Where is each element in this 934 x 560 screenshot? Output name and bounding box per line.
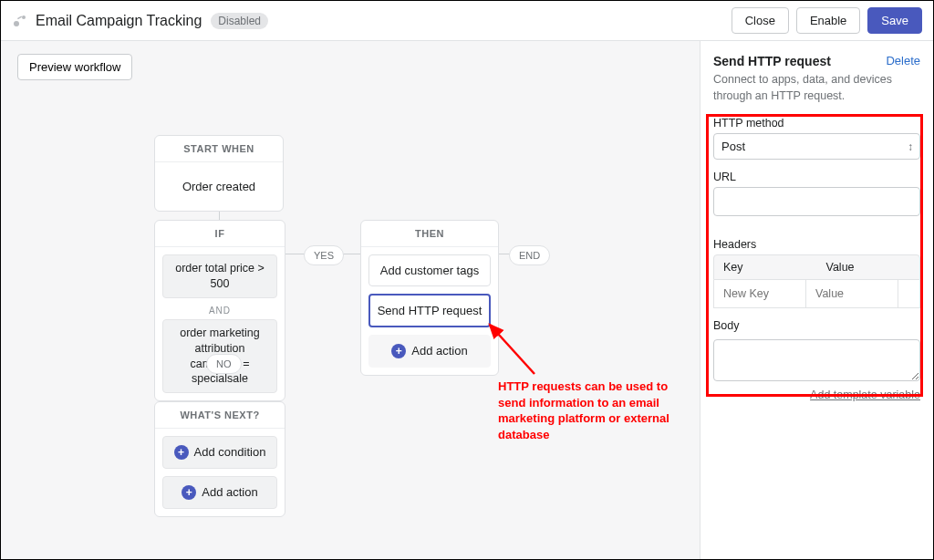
add-action-next[interactable]: +Add action <box>162 476 277 509</box>
headers-table-head: Key Value <box>713 254 920 280</box>
add-action-label: Add action <box>411 344 467 358</box>
preview-workflow-button[interactable]: Preview workflow <box>17 54 132 80</box>
start-card[interactable]: START WHEN Order created <box>154 135 284 212</box>
plus-icon: + <box>174 445 189 460</box>
annotation-text: HTTP requests can be used to send inform… <box>498 379 680 442</box>
if-card-header: IF <box>155 221 285 247</box>
flow-app-icon <box>12 13 28 29</box>
end-badge: END <box>509 245 550 265</box>
add-action-then[interactable]: +Add action <box>368 335 491 368</box>
add-condition-label: Add condition <box>194 445 266 459</box>
body-textarea[interactable] <box>713 339 920 381</box>
body-label: Body <box>713 319 920 332</box>
yes-badge: YES <box>304 245 344 265</box>
top-bar-actions: Close Enable Save <box>732 7 922 34</box>
url-input[interactable] <box>713 187 920 216</box>
svg-point-1 <box>22 16 26 19</box>
panel-title: Send HTTP request <box>713 54 831 68</box>
status-chip: Disabled <box>211 13 268 29</box>
if-card[interactable]: IF order total price > 500 AND order mar… <box>154 220 285 401</box>
trigger-cell[interactable]: Order created <box>164 171 274 202</box>
headers-label: Headers <box>713 238 920 251</box>
panel-description: Connect to apps, data, and devices throu… <box>713 72 920 104</box>
save-button[interactable]: Save <box>867 7 922 34</box>
plus-icon: + <box>391 344 406 358</box>
headers-row-remove[interactable] <box>898 280 919 307</box>
workflow-canvas: Preview workflow START WHEN Order create… <box>1 41 700 559</box>
http-method-label: HTTP method <box>713 117 920 130</box>
headers-value-col: Value <box>817 255 920 279</box>
action-send-http-request[interactable]: Send HTTP request <box>368 294 491 327</box>
headers-key-col: Key <box>714 255 817 279</box>
svg-point-0 <box>14 21 19 26</box>
whats-next-card[interactable]: WHAT'S NEXT? +Add condition +Add action <box>154 401 285 517</box>
then-card[interactable]: THEN Add customer tags Send HTTP request… <box>360 220 499 376</box>
headers-row <box>713 280 920 308</box>
enable-button[interactable]: Enable <box>796 7 860 34</box>
plus-icon: + <box>182 485 196 500</box>
top-bar: Email Campaign Tracking Disabled Close E… <box>1 1 933 41</box>
url-label: URL <box>713 171 920 183</box>
headers-value-input[interactable] <box>806 280 898 307</box>
svg-rect-2 <box>17 16 22 19</box>
add-action-label: Add action <box>202 485 257 499</box>
start-card-header: START WHEN <box>155 136 283 162</box>
side-panel: Send HTTP request Delete Connect to apps… <box>700 41 933 559</box>
page-title: Email Campaign Tracking <box>36 13 202 29</box>
http-method-select[interactable]: Post <box>713 133 920 160</box>
headers-key-input[interactable] <box>714 280 805 307</box>
then-card-header: THEN <box>361 221 498 247</box>
action-add-customer-tags[interactable]: Add customer tags <box>368 254 491 286</box>
add-template-variable-link[interactable]: Add template variable <box>810 389 920 401</box>
condition-1[interactable]: order total price > 500 <box>162 254 277 298</box>
and-label: AND <box>162 306 277 316</box>
add-condition-button[interactable]: +Add condition <box>162 436 277 469</box>
close-button[interactable]: Close <box>732 7 789 34</box>
panel-delete-link[interactable]: Delete <box>886 54 920 67</box>
whats-next-header: WHAT'S NEXT? <box>155 402 285 429</box>
no-badge: NO <box>206 354 242 374</box>
